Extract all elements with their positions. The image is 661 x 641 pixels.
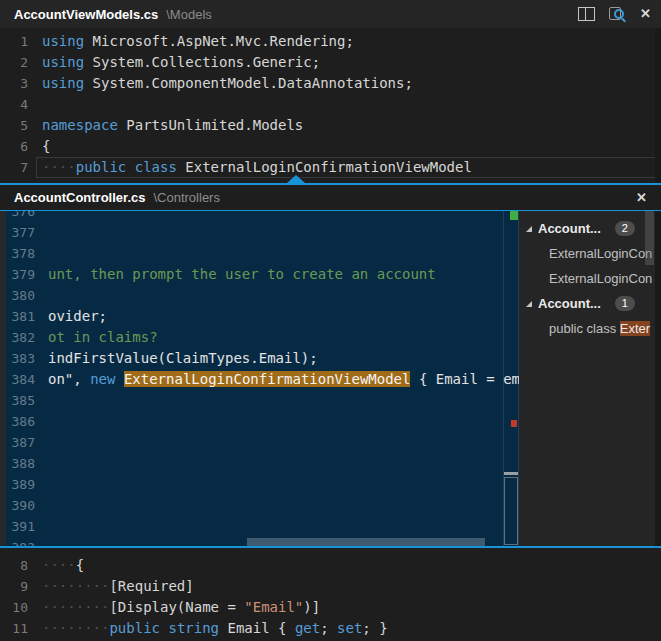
result-file-row[interactable]: Account...2 — [519, 218, 655, 240]
code-line[interactable]: 6{ — [0, 136, 661, 157]
code-text: using System.Collections.Generic; — [42, 54, 320, 70]
code-line[interactable]: 378 — [0, 243, 519, 264]
open-preview-icon[interactable] — [609, 6, 626, 22]
peek-body: 376377378379unt, then prompt the user to… — [0, 211, 661, 546]
editor-title-bar: AccountViewModels.cs \Models ✕ — [0, 0, 661, 28]
code-line[interactable]: 382ot in claims? — [0, 327, 519, 348]
result-reference-row[interactable]: ExternalLoginCon — [519, 243, 655, 265]
code-line[interactable]: 388 — [0, 453, 519, 474]
code-line[interactable]: 379unt, then prompt the user to create a… — [0, 264, 519, 285]
code-text: ········[Display(Name = "Email")] — [42, 599, 320, 615]
code-line[interactable]: 380 — [0, 285, 519, 306]
peek-anchor-arrow-icon — [287, 175, 305, 183]
line-number: 381 — [0, 306, 35, 327]
code-text: indFirstValue(ClaimTypes.Email); — [48, 350, 318, 366]
line-number: 5 — [0, 115, 28, 136]
line-number: 1 — [0, 31, 28, 52]
code-line[interactable]: 5namespace PartsUnlimited.Models — [0, 115, 661, 136]
editor-code-area-bottom[interactable]: 8····{9········[Required]10········[Disp… — [0, 548, 661, 641]
horizontal-scrollbar-slider[interactable] — [247, 538, 485, 546]
editor-code-area-top[interactable]: 1using Microsoft.AspNet.Mvc.Rendering;2u… — [0, 28, 661, 183]
code-line[interactable]: 383indFirstValue(ClaimTypes.Email); — [0, 348, 519, 369]
line-number: 7 — [0, 157, 28, 178]
code-text: ····{ — [42, 557, 84, 573]
code-text: ovider; — [48, 308, 107, 324]
peek-header: AccountController.cs \Controllers ✕ — [0, 185, 661, 210]
magnifier-handle — [621, 18, 626, 23]
line-number: 6 — [0, 136, 28, 157]
peek-filename: AccountController.cs — [14, 190, 145, 205]
line-number: 11 — [0, 618, 28, 639]
overview-ruler — [503, 211, 519, 546]
line-number: 382 — [0, 327, 35, 348]
peek-results-list: Account...2ExternalLoginConExternalLogin… — [519, 211, 655, 546]
twistie-expanded-icon[interactable] — [526, 226, 532, 232]
result-reference-row[interactable]: ExternalLoginCon — [519, 268, 655, 290]
code-line[interactable]: 7····public class ExternalLoginConfirmat… — [0, 157, 661, 178]
code-line[interactable]: 9········[Required] — [0, 576, 661, 597]
tab-filename[interactable]: AccountViewModels.cs — [14, 7, 158, 22]
code-line[interactable]: 2using System.Collections.Generic; — [0, 52, 661, 73]
result-file-label: Account... — [538, 296, 601, 311]
line-number: 391 — [0, 516, 35, 537]
reference-count-badge: 1 — [615, 296, 635, 311]
line-number: 8 — [0, 555, 28, 576]
peek-editor[interactable]: 376377378379unt, then prompt the user to… — [0, 211, 519, 546]
line-number: 392 — [0, 537, 35, 546]
code-line[interactable]: 391 — [0, 516, 519, 537]
code-line[interactable]: 10········[Display(Name = "Email")] — [0, 597, 661, 618]
code-text: { — [42, 138, 50, 154]
code-line[interactable]: 376 — [0, 211, 519, 222]
code-line[interactable]: 385 — [0, 390, 519, 411]
result-reference-row[interactable]: public class Exter — [519, 318, 655, 340]
code-line[interactable]: 386 — [0, 411, 519, 432]
peek-references-view: AccountController.cs \Controllers ✕ 3763… — [0, 183, 661, 548]
code-text: on", new ExternalLoginConfirmationViewMo… — [48, 371, 519, 387]
line-number: 389 — [0, 474, 35, 495]
results-scrollbar-slider[interactable] — [645, 211, 654, 265]
close-editor-icon[interactable]: ✕ — [640, 0, 651, 28]
line-number: 379 — [0, 264, 35, 285]
code-line[interactable]: 384on", new ExternalLoginConfirmationVie… — [0, 369, 519, 390]
code-line[interactable]: 3using System.ComponentModel.DataAnnotat… — [0, 73, 661, 94]
code-text: ····public class ExternalLoginConfirmati… — [42, 159, 472, 175]
line-number: 387 — [0, 432, 35, 453]
line-number: 4 — [0, 94, 28, 115]
line-number: 10 — [0, 597, 28, 618]
line-number: 380 — [0, 285, 35, 306]
code-text: ot in claims? — [48, 329, 158, 345]
line-number: 384 — [0, 369, 35, 390]
tab-path: \Models — [166, 7, 212, 22]
split-editor-icon[interactable] — [578, 7, 595, 21]
code-text: namespace PartsUnlimited.Models — [42, 117, 303, 133]
code-line[interactable]: 4 — [0, 94, 661, 115]
vertical-scrollbar-slider[interactable] — [504, 477, 518, 545]
code-line[interactable]: 387 — [0, 432, 519, 453]
code-line[interactable]: 390 — [0, 495, 519, 516]
ruler-cursor-bar — [504, 472, 518, 475]
code-line[interactable]: 389 — [0, 474, 519, 495]
line-number: 377 — [0, 222, 35, 243]
error-marker-red — [511, 420, 517, 427]
code-line[interactable]: 381ovider; — [0, 306, 519, 327]
line-number: 385 — [0, 390, 35, 411]
code-line[interactable]: 1using Microsoft.AspNet.Mvc.Rendering; — [0, 31, 661, 52]
code-line[interactable]: 8····{ — [0, 555, 661, 576]
code-text: using Microsoft.AspNet.Mvc.Rendering; — [42, 33, 354, 49]
reference-count-badge: 2 — [615, 221, 635, 236]
code-text: ········[Required] — [42, 578, 194, 594]
result-file-label: Account... — [538, 221, 601, 236]
line-number: 2 — [0, 52, 28, 73]
line-number: 386 — [0, 411, 35, 432]
code-line[interactable]: 377 — [0, 222, 519, 243]
twistie-expanded-icon[interactable] — [526, 301, 532, 307]
peek-path: \Controllers — [153, 190, 219, 205]
code-text: ········public string Email { get; set; … — [42, 620, 388, 636]
vscode-editor-window: AccountViewModels.cs \Models ✕ 1using Mi… — [0, 0, 661, 641]
code-line[interactable]: 11········public string Email { get; set… — [0, 618, 661, 639]
code-text: unt, then prompt the user to create an a… — [48, 266, 436, 282]
line-number: 378 — [0, 243, 35, 264]
change-marker-green — [510, 211, 518, 220]
result-file-row[interactable]: Account...1 — [519, 293, 655, 315]
peek-close-icon[interactable]: ✕ — [636, 185, 647, 210]
